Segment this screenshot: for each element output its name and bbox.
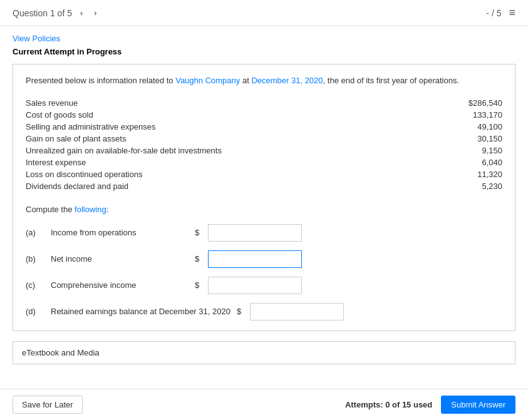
row-label: Sales revenue [26, 98, 78, 108]
next-icon: › [94, 8, 96, 18]
bottom-right: Attempts: 0 of 15 used Submit Answer [345, 396, 515, 414]
input-section: (a) Income from operations $ (b) Net inc… [26, 224, 502, 320]
etextbook-section: eTextbook and Media [13, 341, 515, 364]
table-row: Gain on sale of plant assets 30,150 [26, 133, 502, 145]
compute-highlight: following [75, 205, 106, 214]
prev-button[interactable]: ‹ [77, 7, 86, 19]
input-desc-c: Comprehensive income [51, 280, 189, 290]
intro-part3: , the end of its first year of operation… [323, 76, 460, 85]
row-label: Cost of goods sold [26, 110, 93, 120]
table-row: Unrealized gain on available-for-sale de… [26, 145, 502, 156]
top-bar-right: - / 5 ≡ [486, 6, 515, 19]
top-bar: Question 1 of 5 ‹ › - / 5 ≡ [0, 0, 528, 26]
row-value: 11,320 [452, 170, 502, 179]
table-row: Cost of goods sold 133,170 [26, 109, 502, 121]
question-label: Question 1 of 5 [13, 8, 72, 18]
row-value: 5,230 [452, 182, 502, 191]
table-row: Sales revenue $286,540 [26, 97, 502, 109]
row-value: 133,170 [452, 110, 502, 120]
submit-button[interactable]: Submit Answer [441, 396, 515, 414]
question-intro: Presented below is information related t… [26, 74, 502, 87]
intro-part1: Presented below is information related t… [26, 76, 175, 85]
compute-label: Compute the following: [26, 205, 502, 214]
answer-input-b[interactable] [208, 250, 302, 268]
intro-company: Vaughn Company [175, 76, 240, 85]
table-row: Dividends declared and paid 5,230 [26, 180, 502, 192]
input-letter-c: (c) [26, 280, 44, 290]
row-value: 9,150 [452, 146, 502, 155]
data-table: Sales revenue $286,540 Cost of goods sol… [26, 97, 502, 192]
dollar-sign-d: $ [237, 307, 241, 316]
answer-input-c[interactable] [208, 277, 302, 294]
content-area: View Policies Current Attempt in Progres… [0, 26, 528, 389]
input-row-c: (c) Comprehensive income $ [26, 277, 502, 294]
table-row: Interest expense 6,040 [26, 156, 502, 168]
row-label: Selling and administrative expenses [26, 122, 155, 131]
row-label: Interest expense [26, 158, 86, 167]
row-value: 6,040 [452, 158, 502, 167]
input-desc-b: Net income [51, 254, 189, 264]
prev-icon: ‹ [80, 8, 83, 18]
input-row-d: (d) Retained earnings balance at Decembe… [26, 303, 502, 320]
current-attempt-label: Current Attempt in Progress [13, 47, 515, 56]
input-row-b: (b) Net income $ [26, 250, 502, 268]
input-desc-d: Retained earnings balance at December 31… [51, 307, 230, 316]
input-letter-a: (a) [26, 228, 44, 237]
answer-input-d[interactable] [250, 303, 344, 320]
dollar-sign-b: $ [195, 254, 199, 264]
compute-part2: : [106, 205, 109, 214]
top-bar-left: Question 1 of 5 ‹ › [13, 7, 100, 19]
question-box: Presented below is information related t… [13, 64, 515, 331]
score-label: - / 5 [486, 8, 501, 18]
dollar-sign-a: $ [195, 228, 199, 237]
table-row: Loss on discontinued operations 11,320 [26, 168, 502, 180]
row-value: 49,100 [452, 122, 502, 131]
row-label: Gain on sale of plant assets [26, 134, 126, 143]
input-row-a: (a) Income from operations $ [26, 224, 502, 242]
input-letter-b: (b) [26, 254, 44, 264]
menu-icon[interactable]: ≡ [509, 6, 515, 19]
intro-part2: at [240, 76, 251, 85]
row-value: 30,150 [452, 134, 502, 143]
attempts-label: Attempts: 0 of 15 used [345, 400, 432, 409]
table-row: Selling and administrative expenses 49,1… [26, 121, 502, 133]
dollar-sign-c: $ [195, 280, 199, 290]
answer-input-a[interactable] [208, 224, 302, 242]
intro-date: December 31, 2020 [251, 76, 323, 85]
row-label: Loss on discontinued operations [26, 170, 142, 179]
row-label: Dividends declared and paid [26, 182, 128, 191]
next-button[interactable]: › [91, 7, 100, 19]
bottom-bar: Save for Later Attempts: 0 of 15 used Su… [0, 389, 528, 420]
row-label: Unrealized gain on available-for-sale de… [26, 146, 222, 155]
input-desc-a: Income from operations [51, 228, 189, 237]
compute-part1: Compute the [26, 205, 75, 214]
save-later-button[interactable]: Save for Later [13, 396, 83, 414]
row-value: $286,540 [452, 98, 502, 108]
etextbook-label: eTextbook and Media [22, 348, 100, 357]
input-letter-d: (d) [26, 307, 44, 316]
view-policies-link[interactable]: View Policies [13, 34, 60, 43]
